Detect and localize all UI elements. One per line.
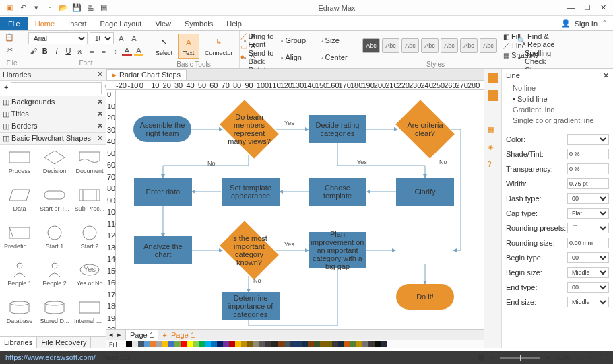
style-chip[interactable]: Abc	[362, 38, 380, 53]
close-icon[interactable]: ✕	[97, 98, 103, 106]
next-page-icon[interactable]: ▸	[117, 330, 121, 339]
color-swatch[interactable]	[235, 341, 241, 347]
end-type-select[interactable]: 00	[567, 282, 609, 293]
color-swatch[interactable]	[259, 341, 265, 347]
color-swatch[interactable]	[332, 341, 338, 347]
color-swatch[interactable]	[144, 341, 150, 347]
canvas[interactable]: Assemble the right team Do team members …	[116, 90, 484, 329]
color-swatch[interactable]	[162, 341, 168, 347]
node-template-appearance[interactable]: Set template appearance	[222, 178, 280, 206]
select-tool[interactable]: ↖Select	[152, 34, 176, 58]
font-family-select[interactable]: Arial	[28, 32, 88, 44]
begin-size-select[interactable]: Middle	[567, 267, 609, 278]
grow-font-icon[interactable]: A	[116, 34, 127, 43]
center-button[interactable]: ▫ Center	[321, 49, 354, 65]
color-swatch[interactable]	[211, 341, 217, 347]
cut-icon[interactable]: ✂	[4, 45, 15, 54]
text-props-icon[interactable]	[488, 108, 498, 118]
color-swatch[interactable]	[205, 341, 211, 347]
color-swatch[interactable]	[344, 341, 350, 347]
size-button[interactable]: ▫ Size	[321, 32, 354, 48]
color-swatch[interactable]	[126, 341, 132, 347]
status-url[interactable]: https://www.edrawsoft.com/	[5, 353, 96, 361]
color-swatch[interactable]	[350, 341, 356, 347]
lib-cat-backgrounds[interactable]: ◫ Backgrounds✕	[0, 96, 106, 108]
color-swatch[interactable]	[120, 341, 126, 347]
add-library-icon[interactable]: +	[1, 82, 11, 94]
opt-no-line[interactable]: No line	[506, 83, 609, 94]
transparency-input[interactable]	[567, 163, 609, 174]
color-swatch[interactable]	[253, 341, 259, 347]
close-icon[interactable]: ✕	[97, 134, 103, 143]
width-input[interactable]	[567, 178, 609, 189]
group-button[interactable]: ▫ Group	[281, 32, 317, 48]
shape-process[interactable]: Process	[3, 147, 36, 184]
node-decide-categories[interactable]: Decide rating categories	[309, 115, 366, 143]
color-swatch[interactable]	[181, 341, 187, 347]
color-swatch[interactable]	[156, 341, 162, 347]
opt-gradient-line[interactable]: Gradient line	[506, 104, 609, 115]
shape-document[interactable]: Document	[73, 147, 106, 184]
style-chip[interactable]: Abc	[460, 38, 478, 53]
font-size-select[interactable]: 10	[90, 32, 114, 44]
style-chip[interactable]: Abc	[421, 38, 439, 53]
color-swatch[interactable]	[223, 341, 229, 347]
color-swatch[interactable]	[290, 341, 296, 347]
shape-yes-or-no[interactable]: YesYes or No	[73, 260, 106, 296]
zoom-out-icon[interactable]: −	[490, 353, 494, 361]
connector-tool[interactable]: ↳Connector	[201, 34, 236, 58]
node-enter-data[interactable]: Enter data	[134, 178, 192, 206]
layers-icon[interactable]: ◈	[488, 143, 498, 153]
find-replace-button[interactable]: 🔍 Find & Replace	[517, 32, 574, 48]
color-swatch[interactable]	[326, 341, 332, 347]
color-swatch[interactable]	[356, 341, 362, 347]
zoom-slider[interactable]	[500, 357, 540, 359]
tab-home[interactable]: Home	[28, 17, 61, 30]
minimize-icon[interactable]: —	[567, 3, 575, 12]
send-back-button[interactable]: ▫ Send to Back	[244, 49, 277, 65]
color-swatch[interactable]	[199, 341, 205, 347]
shape-people--[interactable]: People 1	[3, 260, 36, 296]
fit-width-icon[interactable]: ↔	[587, 353, 595, 361]
bold-icon[interactable]: B	[40, 46, 49, 56]
font-color-icon[interactable]: A	[122, 46, 131, 56]
search-input[interactable]	[11, 82, 102, 94]
shade-input[interactable]	[567, 149, 609, 159]
close-icon[interactable]: ✕	[603, 71, 609, 80]
fit-page-icon[interactable]: ▭	[575, 353, 582, 362]
text-tool[interactable]: AText	[178, 34, 199, 59]
color-swatch[interactable]	[284, 341, 290, 347]
file-tab[interactable]: File	[0, 17, 28, 30]
shape-start--[interactable]: Start 1	[38, 223, 71, 259]
zoom-in-icon[interactable]: +	[546, 353, 550, 361]
rounding-preset-select[interactable]: ⌒	[567, 223, 609, 233]
node-choose-template[interactable]: Choose template	[309, 178, 366, 206]
underline-icon[interactable]: U	[63, 46, 73, 56]
opt-single-gradient[interactable]: Single color gradient line	[506, 115, 609, 126]
color-swatch[interactable]	[132, 341, 138, 347]
node-determine-importance[interactable]: Determine importance of categories	[222, 292, 280, 320]
shape-internal-s---[interactable]: Internal S...	[73, 297, 106, 334]
node-do-it[interactable]: Do it!	[396, 284, 454, 310]
color-swatch[interactable]	[320, 341, 326, 347]
tab-libraries[interactable]: Libraries	[0, 337, 37, 348]
shape-stored-d---[interactable]: Stored D...	[38, 297, 71, 334]
highlight-icon[interactable]: A	[134, 46, 143, 56]
tab-view[interactable]: View	[148, 17, 178, 30]
node-plan-improvement[interactable]: Plan improvement on an important categor…	[309, 232, 366, 268]
strike-icon[interactable]: x̶	[75, 46, 85, 56]
close-icon[interactable]: ✕	[97, 110, 103, 118]
style-chip[interactable]: Abc	[441, 38, 458, 53]
color-swatch[interactable]	[150, 341, 156, 347]
color-swatch[interactable]	[308, 341, 314, 347]
redo-icon[interactable]: ▾	[31, 3, 42, 13]
ribbon-collapse-icon[interactable]: ⌃	[602, 19, 608, 28]
color-swatch[interactable]	[338, 341, 344, 347]
format-painter-icon[interactable]: 🖌	[28, 46, 38, 56]
spacing-icon[interactable]: ↕	[110, 46, 120, 56]
tab-file-recovery[interactable]: File Recovery	[37, 337, 91, 348]
end-size-select[interactable]: Middle	[567, 297, 609, 307]
view-mode-icon[interactable]: ▦	[478, 353, 484, 362]
dash-select[interactable]: 00	[567, 193, 609, 204]
color-swatch[interactable]	[193, 341, 199, 347]
